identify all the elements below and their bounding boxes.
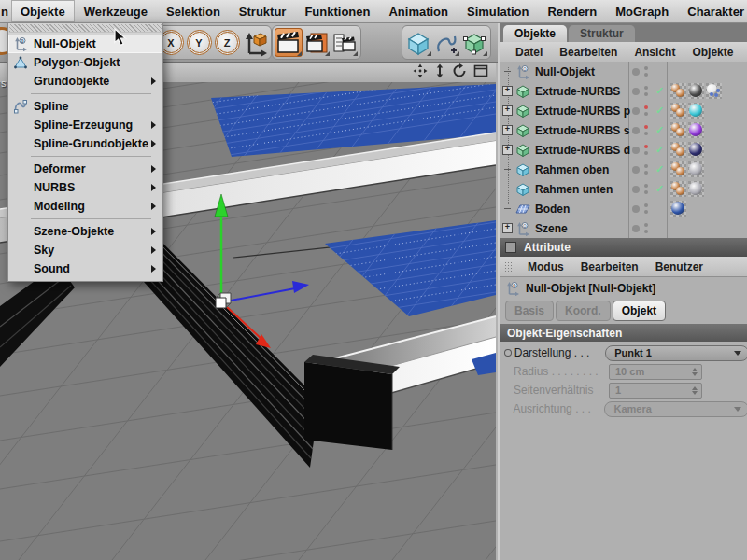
material-chip-blue[interactable] [670, 201, 686, 217]
attribute-tab-basis[interactable]: Basis [505, 301, 554, 321]
object-row-szene[interactable]: +0Szene [500, 218, 747, 238]
viewport-maximize-icon[interactable] [473, 64, 488, 80]
object-row-extrude-nurbs-d[interactable]: +Extrude-NURBS d✓ [500, 140, 747, 160]
layer-dot[interactable] [632, 166, 640, 174]
layer-dot[interactable] [632, 147, 640, 154]
material-chip-orange-pair[interactable] [670, 142, 686, 158]
material-chip-orange-pair[interactable] [670, 161, 686, 177]
object-row-extrude-nurbs-p[interactable]: +Extrude-NURBS p✓ [500, 101, 747, 120]
render-visibility-dot[interactable] [644, 151, 648, 155]
axis-lock-y-button[interactable]: Y [185, 28, 213, 57]
render-visibility-dot[interactable] [644, 171, 648, 175]
material-chip-silver[interactable] [688, 161, 704, 177]
layer-dot[interactable] [632, 88, 640, 95]
viewport-zoom-icon[interactable] [434, 63, 445, 81]
enabled-check-icon[interactable]: ✓ [655, 163, 664, 175]
make-editable-button[interactable] [460, 28, 488, 57]
material-chip-orange-pair[interactable] [670, 83, 686, 99]
editor-visibility-dot[interactable] [644, 86, 648, 90]
object-row-rahmen-oben[interactable]: Rahmen oben✓ [500, 160, 747, 179]
object-manager-menu-bearbeiten[interactable]: Bearbeiten [551, 46, 626, 59]
object-manager-menu-tag[interactable]: Tag [741, 46, 747, 59]
object-manager-menu-objekte[interactable]: Objekte [684, 46, 741, 59]
menubar-item-werkzeuge[interactable]: Werkzeuge [75, 0, 157, 22]
menubar-item-funktionen[interactable]: Funktionen [295, 0, 379, 22]
viewport-rotate-icon[interactable] [452, 63, 467, 81]
attribute-menu-bearbeiten[interactable]: Bearbeiten [572, 260, 647, 273]
panel-window-icon[interactable] [505, 242, 516, 253]
menu-item-spline[interactable]: Spline [8, 97, 162, 116]
enabled-check-icon[interactable]: ✓ [655, 105, 664, 117]
material-chip-orange-pair[interactable] [670, 122, 686, 138]
layer-dot[interactable] [632, 205, 640, 213]
expand-icon[interactable]: + [502, 145, 513, 155]
black-end-box[interactable] [304, 355, 400, 450]
menubar-item-animation[interactable]: Animation [379, 0, 458, 22]
object-manager-menu-ansicht[interactable]: Ansicht [626, 46, 684, 59]
layer-dot[interactable] [632, 68, 640, 76]
editor-visibility-dot[interactable] [644, 125, 648, 129]
expand-icon[interactable]: + [502, 125, 513, 135]
tree-branch[interactable]: + [500, 86, 515, 96]
enabled-check-icon[interactable]: ✓ [655, 124, 664, 136]
material-chip-navy[interactable] [688, 142, 704, 158]
tree-branch[interactable]: + [500, 105, 515, 116]
add-cube-button[interactable] [404, 28, 432, 57]
menu-tearoff-strip[interactable] [9, 24, 162, 33]
add-spline-button[interactable] [432, 28, 460, 57]
expand-icon[interactable]: + [502, 86, 513, 96]
attribute-tab-koord[interactable]: Koord. [556, 301, 611, 321]
object-row-null-objekt[interactable]: 0Null-Objekt [500, 62, 747, 81]
attribute-tab-objekt[interactable]: Objekt [613, 301, 666, 321]
menubar-item-charakter[interactable]: Charakter [678, 0, 747, 22]
editor-visibility-dot[interactable] [644, 145, 648, 148]
menubar-item-rendern[interactable]: Rendern [538, 0, 606, 22]
editor-visibility-dot[interactable] [644, 184, 648, 188]
render-visibility-dot[interactable] [644, 112, 648, 116]
menubar-item-mograph[interactable]: MoGraph [606, 0, 678, 22]
render-visibility-dot[interactable] [644, 190, 648, 194]
enabled-check-icon[interactable]: ✓ [655, 144, 664, 156]
render-visibility-dot[interactable] [644, 73, 648, 77]
material-chip-cyan[interactable] [688, 103, 704, 119]
render-visibility-dot[interactable] [644, 230, 648, 233]
menu-item-polygon-objekt[interactable]: Polygon-Objekt [8, 53, 162, 72]
menu-item-spline-erzeugung[interactable]: Spline-Erzeugung [8, 116, 162, 134]
menu-item-null-objekt[interactable]: 0Null-Objekt [8, 35, 162, 53]
enabled-check-icon[interactable]: ✓ [655, 85, 664, 97]
menu-item-spline-grundobjekte[interactable]: Spline-Grundobjekte [8, 134, 162, 153]
drag-grip-icon[interactable] [504, 261, 516, 272]
attribute-menu-modus[interactable]: Modus [519, 260, 572, 273]
object-row-rahmen-unten[interactable]: Rahmen unten✓ [500, 179, 747, 199]
editor-visibility-dot[interactable] [644, 223, 648, 227]
render-visibility-dot[interactable] [644, 132, 648, 135]
editor-visibility-dot[interactable] [644, 105, 648, 109]
keyframe-circle-icon[interactable] [504, 349, 512, 357]
layer-dot[interactable] [632, 225, 640, 232]
material-chip-silver[interactable] [688, 181, 704, 197]
material-chip-purple[interactable] [688, 122, 704, 138]
field-dropdown[interactable]: Punkt 1 [605, 345, 747, 361]
editor-visibility-dot[interactable] [644, 164, 648, 168]
render-visibility-dot[interactable] [644, 92, 648, 96]
menu-item-nurbs[interactable]: NURBS [8, 178, 162, 197]
material-chip-orange-pair[interactable] [670, 103, 686, 119]
menu-item-szene-objekte[interactable]: Szene-Objekte [8, 222, 162, 241]
editor-visibility-dot[interactable] [644, 203, 648, 207]
layer-dot[interactable] [632, 107, 640, 115]
enabled-check-icon[interactable]: ✓ [655, 183, 664, 195]
tree-branch[interactable]: + [500, 145, 515, 155]
viewport-pan-icon[interactable] [413, 63, 428, 81]
material-chip-atom-white[interactable] [706, 83, 722, 99]
menu-item-deformer[interactable]: Deformer [8, 160, 162, 178]
layer-dot[interactable] [632, 186, 640, 193]
render-settings-button[interactable] [331, 28, 359, 57]
editor-visibility-dot[interactable] [644, 66, 648, 70]
expand-icon[interactable]: + [502, 223, 513, 233]
tree-branch[interactable]: + [500, 223, 515, 233]
object-row-extrude-nurbs-s[interactable]: +Extrude-NURBS s✓ [500, 120, 747, 140]
menubar-item-struktur[interactable]: Struktur [230, 0, 296, 22]
menubar-item-selektion[interactable]: Selektion [157, 0, 230, 22]
render-to-picture-viewer-button[interactable] [303, 28, 331, 57]
menubar-item-objekte[interactable]: Objekte [11, 0, 75, 22]
